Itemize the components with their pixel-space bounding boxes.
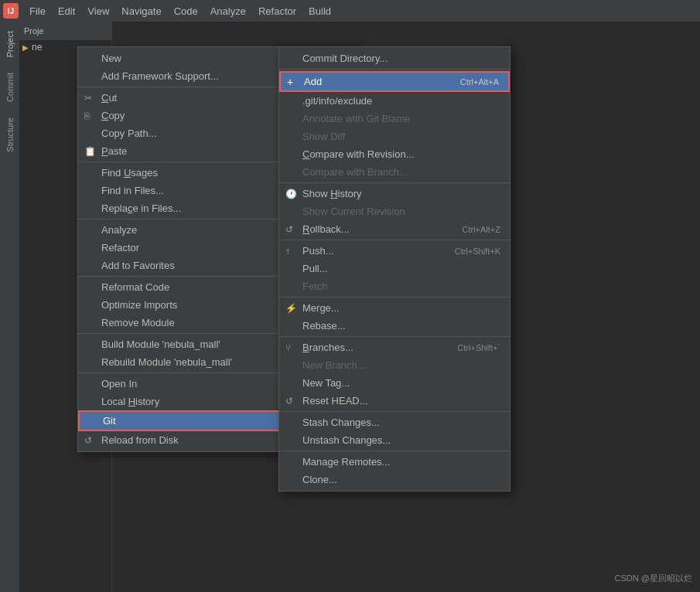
sidebar-tab-structure[interactable]: Structure: [4, 111, 16, 158]
git-menu-pull[interactable]: Pull...: [279, 260, 510, 277]
git-commit-directory-label: Commit Directory...: [302, 53, 388, 64]
menu-build[interactable]: Build: [302, 4, 337, 19]
menu-edit[interactable]: Edit: [52, 4, 81, 19]
git-menu-rebase[interactable]: Rebase...: [279, 317, 510, 335]
reload-icon: ↺: [84, 435, 92, 446]
menu-item-build-module-label: Build Module 'nebula_mall': [101, 339, 220, 350]
git-branches-label: Branches...: [302, 342, 353, 353]
menu-item-find-in-files-label: Find in Files...: [101, 185, 164, 196]
menu-item-analyze-label: Analyze: [101, 224, 137, 236]
git-sep-4: [279, 297, 510, 298]
menu-analyze[interactable]: Analyze: [204, 4, 252, 19]
git-menu-rollback[interactable]: ↺ Rollback... Ctrl+Alt+Z: [279, 220, 510, 238]
git-new-tag-label: New Tag...: [302, 377, 350, 389]
git-menu-stash-changes[interactable]: Stash Changes...: [279, 413, 510, 431]
git-menu-merge[interactable]: ⚡ Merge...: [279, 299, 510, 317]
git-exclude-label: .git/info/exclude: [302, 95, 372, 107]
git-menu-exclude[interactable]: .git/info/exclude: [279, 92, 510, 110]
git-menu-show-current-revision: Show Current Revision: [279, 202, 510, 220]
git-stash-label: Stash Changes...: [302, 417, 380, 428]
git-sep-5: [279, 336, 510, 337]
rollback-icon: ↺: [285, 224, 293, 235]
git-sep-1: [279, 69, 510, 70]
git-menu-clone[interactable]: Clone...: [279, 471, 510, 488]
git-menu-commit-directory[interactable]: Commit Directory...: [279, 49, 510, 67]
git-push-label: Push...: [302, 245, 333, 257]
menu-item-git-label: Git: [103, 415, 116, 427]
menu-item-copy-path-label: Copy Path...: [101, 128, 157, 139]
menu-item-copy-label: Copy: [101, 110, 125, 121]
app-logo: IJ: [3, 3, 19, 19]
git-reset-head-label: Reset HEAD...: [302, 395, 368, 407]
menu-navigate[interactable]: Navigate: [115, 4, 167, 19]
git-pull-label: Pull...: [302, 263, 328, 274]
git-menu-add[interactable]: + Add Ctrl+Alt+A: [279, 71, 510, 92]
menu-file[interactable]: File: [23, 4, 52, 19]
git-sep-6: [279, 411, 510, 412]
push-icon: ↑: [285, 246, 290, 257]
menu-item-replace-in-files-label: Replace in Files...: [101, 202, 181, 214]
git-menu-new-branch: New Branch...: [279, 356, 510, 374]
menu-item-open-in-label: Open In: [101, 378, 137, 390]
git-rollback-shortcut: Ctrl+Alt+Z: [446, 225, 500, 234]
git-menu-manage-remotes[interactable]: Manage Remotes...: [279, 453, 510, 471]
git-merge-label: Merge...: [302, 302, 340, 314]
git-menu-compare-branch: Compare with Branch...: [279, 163, 510, 181]
menu-item-find-usages-label: Find Usages: [101, 167, 158, 179]
git-menu-annotate: Annotate with Git Blame: [279, 110, 510, 128]
git-menu-show-history[interactable]: 🕐 Show History: [279, 185, 510, 202]
menu-item-paste-label: Paste: [101, 145, 127, 157]
git-sep-2: [279, 182, 510, 183]
merge-icon: ⚡: [285, 303, 297, 314]
git-menu-show-diff: Show Diff: [279, 128, 510, 145]
menu-bar: IJ File Edit View Navigate Code Analyze …: [0, 0, 700, 22]
menu-refactor[interactable]: Refactor: [252, 4, 302, 19]
git-sep-7: [279, 451, 510, 451]
git-fetch-label: Fetch: [302, 281, 328, 292]
git-menu-unstash-changes[interactable]: Unstash Changes...: [279, 431, 510, 449]
project-root-label: ne: [32, 42, 42, 53]
git-add-shortcut: Ctrl+Alt+A: [445, 77, 499, 87]
git-submenu-container: Commit Directory... + Add Ctrl+Alt+A .gi…: [278, 46, 510, 492]
git-compare-revision-label: Compare with Revision...: [302, 148, 415, 160]
git-push-shortcut: Ctrl+Shift+K: [439, 247, 500, 256]
git-menu-branches[interactable]: ⑂ Branches... Ctrl+Shift+`: [279, 339, 510, 356]
branches-icon: ⑂: [285, 342, 291, 353]
history-icon: 🕐: [285, 189, 297, 199]
paste-icon: 📋: [84, 146, 96, 157]
git-rollback-label: Rollback...: [302, 223, 350, 235]
git-menu-compare-revision[interactable]: Compare with Revision...: [279, 145, 510, 163]
menu-item-refactor-label: Refactor: [101, 242, 139, 253]
menu-code[interactable]: Code: [168, 4, 204, 19]
menu-item-reload-label: Reload from Disk: [101, 434, 179, 446]
git-submenu: Commit Directory... + Add Ctrl+Alt+A .gi…: [278, 46, 510, 492]
menu-item-new-label: New: [101, 53, 121, 64]
git-show-diff-label: Show Diff: [302, 131, 345, 142]
cut-icon: ✂: [84, 93, 92, 104]
git-branches-shortcut: Ctrl+Shift+`: [442, 343, 500, 352]
git-clone-label: Clone...: [302, 474, 337, 485]
git-rebase-label: Rebase...: [302, 320, 346, 332]
menu-item-cut-label: Cut: [101, 92, 117, 104]
git-menu-reset-head[interactable]: ↺ Reset HEAD...: [279, 392, 510, 410]
menu-item-remove-module-label: Remove Module: [101, 317, 175, 328]
add-plus-icon: +: [287, 76, 293, 88]
menu-item-rebuild-module-label: Rebuild Module 'nebula_mall': [101, 356, 232, 368]
sidebar-tab-commit[interactable]: Commit: [4, 66, 16, 108]
git-menu-new-tag[interactable]: New Tag...: [279, 374, 510, 392]
git-new-branch-label: New Branch...: [302, 359, 366, 371]
menu-item-reformat-code-label: Reformat Code: [101, 281, 169, 293]
git-menu-push[interactable]: ↑ Push... Ctrl+Shift+K: [279, 242, 510, 260]
copy-icon: ⎘: [84, 111, 90, 121]
git-show-current-revision-label: Show Current Revision: [302, 206, 405, 217]
git-manage-remotes-label: Manage Remotes...: [302, 456, 390, 468]
git-show-history-label: Show History: [302, 188, 362, 199]
git-menu-fetch: Fetch: [279, 277, 510, 295]
menu-item-add-favorites-label: Add to Favorites: [101, 260, 175, 271]
sidebar-tab-project[interactable]: Project: [4, 25, 16, 63]
left-sidebar: Project Commit Structure: [0, 22, 19, 592]
menu-item-local-history-label: Local History: [101, 396, 159, 407]
watermark: CSDN @星回昭以烂: [615, 573, 692, 584]
project-panel-header: Proje: [19, 22, 111, 40]
menu-view[interactable]: View: [81, 4, 115, 19]
